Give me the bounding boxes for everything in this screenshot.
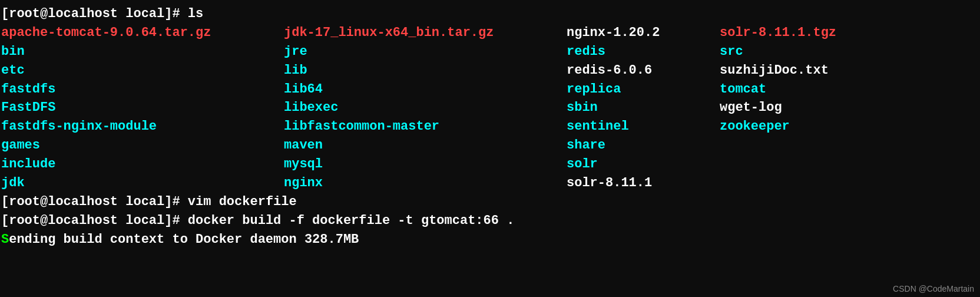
status-indicator: S [1,232,9,247]
command-line-docker-build: [root@localhost local]# docker build -f … [0,212,980,230]
prompt-3: [root@localhost local]# [1,213,180,228]
terminal: [root@localhost local]# ls apache-tomcat… [0,0,980,297]
ls-item-empty [720,155,980,174]
ls-item: apache-tomcat-9.0.64.tar.gz [1,24,284,42]
ls-item: jdk-17_linux-x64_bin.tar.gz [284,24,567,42]
ls-item: nginx [284,174,567,193]
ls-item: share [567,136,720,155]
ls-item: nginx-1.20.2 [567,24,720,42]
ls-item: fastdfs [1,80,284,99]
ls-item: sbin [567,98,720,117]
ls-col-1: apache-tomcat-9.0.64.tar.gz bin etc fast… [1,24,284,193]
ls-item: libexec [284,98,567,117]
ls-item: lib64 [284,80,567,99]
ls-item: solr-8.11.1 [567,174,720,193]
ls-item: etc [1,61,284,80]
cmd-vim: vim dockerfile [180,194,297,209]
cmd-docker-build: docker build -f dockerfile -t gtomcat:66… [180,213,515,228]
ls-item: tomcat [720,80,980,99]
ls-item: mysql [284,155,567,174]
watermark: CSDN @CodeMartain [893,284,974,293]
ls-item: redis [567,42,720,61]
ls-col-2: jdk-17_linux-x64_bin.tar.gz jre lib lib6… [284,24,567,193]
ls-col-3: nginx-1.20.2 redis redis-6.0.6 replica s… [567,24,720,193]
ls-item: FastDFS [1,98,284,117]
ls-item: libfastcommon-master [284,117,567,136]
build-status-line: Sending build context to Docker daemon 3… [0,230,980,249]
ls-item-empty [720,136,980,155]
ls-item: jdk [1,174,284,193]
prompt-2: [root@localhost local]# [1,194,180,209]
ls-item: sentinel [567,117,720,136]
ls-item: include [1,155,284,174]
ls-item: src [720,42,980,61]
ls-item: suzhijiDoc.txt [720,61,980,80]
ls-item: solr-8.11.1.tgz [720,24,980,42]
ls-item: jre [284,42,567,61]
ls-item: redis-6.0.6 [567,61,720,80]
ls-item: lib [284,61,567,80]
build-status-text: ending build context to Docker daemon 32… [9,232,359,247]
command-line-vim: [root@localhost local]# vim dockerfile [0,193,980,212]
ls-item: wget-log [720,98,980,117]
ls-item: solr [567,155,720,174]
ls-item: replica [567,80,720,99]
ls-item: bin [1,42,284,61]
command-line-ls: [root@localhost local]# ls [0,5,980,24]
ls-item: zookeeper [720,117,980,136]
ls-item: games [1,136,284,155]
ls-col-4: solr-8.11.1.tgz src suzhijiDoc.txt tomca… [720,24,980,193]
ls-output: apache-tomcat-9.0.64.tar.gz bin etc fast… [0,24,980,193]
ls-item-empty [720,174,980,193]
prompt-1: [root@localhost local]# [1,6,180,21]
ls-item: maven [284,136,567,155]
ls-item: fastdfs-nginx-module [1,117,284,136]
cmd-ls: ls [180,6,204,21]
